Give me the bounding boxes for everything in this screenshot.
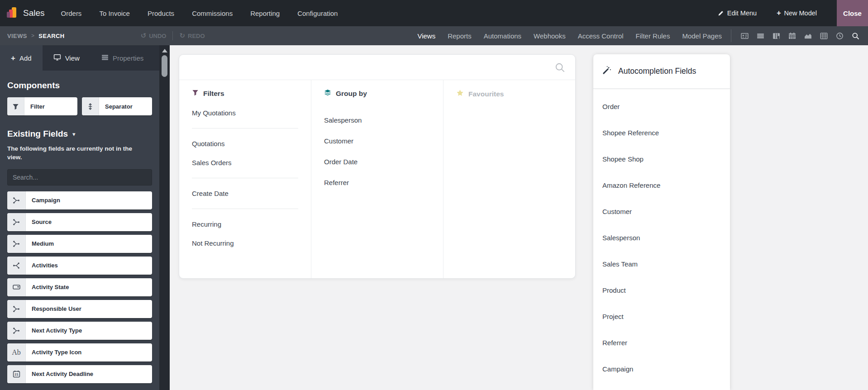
field-label: Activity State (26, 284, 75, 290)
char-field-icon: Ab (7, 343, 26, 361)
menu-item-commissions[interactable]: Commissions (192, 10, 233, 17)
filter-item-quotations[interactable]: Quotations (192, 140, 311, 147)
autocomplete-item-campaign[interactable]: Campaign (602, 364, 730, 374)
filter-item-sales-orders[interactable]: Sales Orders (192, 159, 311, 166)
autocomplete-item-sales-team[interactable]: Sales Team (602, 259, 730, 269)
scroll-up-arrow-icon[interactable] (162, 49, 167, 52)
autocomplete-item-customer[interactable]: Customer (602, 207, 730, 216)
form-view-icon[interactable] (739, 30, 750, 41)
autocompletion-list: Order Shopee Reference Shopee Shop Amazo… (593, 89, 730, 374)
menu-item-configuration[interactable]: Configuration (297, 10, 338, 17)
field-next-activity-deadline[interactable]: 21 Next Activity Deadline (7, 365, 152, 383)
group-by-item-referrer[interactable]: Referrer (324, 179, 443, 186)
scrollbar-thumb[interactable] (162, 55, 167, 77)
preview-search-bar[interactable] (179, 55, 575, 80)
field-next-activity-type[interactable]: Next Activity Type (7, 322, 152, 340)
tab-properties[interactable]: Properties (91, 45, 154, 71)
filter-funnel-icon (192, 89, 199, 98)
search-view-icon[interactable] (850, 30, 861, 41)
menu-item-orders[interactable]: Orders (61, 10, 82, 17)
studio-canvas: Filters My Quotations Quotations Sales O… (170, 45, 868, 390)
filter-item-create-date[interactable]: Create Date (192, 190, 311, 197)
filter-icon (7, 97, 24, 115)
group-by-list: Salesperson Customer Order Date Referrer (324, 116, 443, 186)
field-medium[interactable]: Medium (7, 235, 152, 253)
menu-item-reporting[interactable]: Reporting (250, 10, 280, 17)
filter-item-not-recurring[interactable]: Not Recurring (192, 239, 311, 247)
new-model-button[interactable]: + New Model (777, 10, 817, 17)
many2one-icon (7, 191, 26, 209)
group-by-item-order-date[interactable]: Order Date (324, 158, 443, 166)
autocomplete-item-amazon-reference[interactable]: Amazon Reference (602, 181, 730, 190)
undo-redo-group: ↺ UNDO ↻ REDO (141, 31, 205, 40)
field-responsible-user[interactable]: Responsible User (7, 300, 152, 318)
autocomplete-item-order[interactable]: Order (602, 102, 730, 111)
field-activity-state[interactable]: Activity State (7, 278, 152, 296)
redo-button[interactable]: ↻ REDO (179, 32, 205, 40)
autocomplete-item-project[interactable]: Project (602, 312, 730, 321)
graph-view-icon[interactable] (802, 30, 813, 41)
pivot-view-icon[interactable] (818, 30, 829, 41)
filters-header: Filters (192, 89, 311, 98)
field-source[interactable]: Source (7, 213, 152, 231)
menu-item-products[interactable]: Products (148, 10, 174, 17)
kanban-view-icon[interactable] (771, 30, 782, 41)
tab-automations[interactable]: Automations (484, 32, 521, 40)
tab-views[interactable]: Views (417, 32, 435, 40)
group-by-item-salesperson[interactable]: Salesperson (324, 116, 443, 124)
autocomplete-item-product[interactable]: Product (602, 285, 730, 295)
tab-add[interactable]: + Add (0, 45, 43, 71)
edit-menu-button[interactable]: Edit Menu (718, 10, 757, 17)
list-view-icon[interactable] (755, 30, 766, 41)
many2one-icon (7, 213, 26, 231)
field-search-input[interactable] (7, 169, 152, 185)
date-field-icon: 21 (7, 365, 26, 383)
close-studio-button[interactable]: Close (837, 0, 868, 26)
redo-label: REDO (188, 33, 205, 39)
activity-view-icon[interactable] (834, 30, 845, 41)
filter-separator[interactable] (192, 209, 298, 209)
component-filter[interactable]: Filter (7, 97, 77, 115)
search-icon (555, 62, 565, 75)
filter-item-my-quotations[interactable]: My Quotations (192, 109, 311, 117)
undo-redo-divider (172, 31, 173, 40)
tab-view[interactable]: View (43, 45, 91, 71)
monitor-icon (53, 53, 61, 62)
favourites-header: Favourites (456, 89, 575, 99)
autocomplete-item-shopee-shop[interactable]: Shopee Shop (602, 154, 730, 164)
autocomplete-item-shopee-reference[interactable]: Shopee Reference (602, 128, 730, 138)
calendar-view-icon[interactable] (787, 30, 797, 41)
app-name[interactable]: Sales (23, 8, 45, 18)
tab-filter-rules[interactable]: Filter Rules (636, 32, 670, 40)
field-activity-type-icon[interactable]: Ab Activity Type Icon (7, 343, 152, 361)
breadcrumb-views[interactable]: VIEWS (7, 33, 27, 39)
filter-separator[interactable] (192, 178, 298, 178)
component-separator[interactable]: Separator (82, 97, 152, 115)
menu-item-to-invoice[interactable]: To Invoice (99, 10, 130, 17)
autocomplete-item-salesperson[interactable]: Salesperson (602, 233, 730, 243)
tab-model-pages[interactable]: Model Pages (682, 32, 722, 40)
filter-item-recurring[interactable]: Recurring (192, 220, 311, 228)
undo-button[interactable]: ↺ UNDO (141, 32, 167, 40)
topbar-actions: Edit Menu + New Model Close (718, 0, 868, 26)
component-filter-label: Filter (24, 103, 51, 110)
favourites-column: Favourites (444, 80, 575, 278)
field-label: Campaign (26, 197, 66, 204)
field-campaign[interactable]: Campaign (7, 191, 152, 209)
field-label: Activities (26, 262, 64, 269)
filters-column: Filters My Quotations Quotations Sales O… (179, 80, 311, 278)
field-activities[interactable]: Activities (7, 257, 152, 275)
many2one-icon (7, 235, 26, 253)
sidebar-scrollbar[interactable] (159, 45, 170, 390)
autocompletion-header: Autocompletion Fields (593, 54, 730, 89)
group-by-title: Group by (336, 90, 367, 98)
group-by-item-customer[interactable]: Customer (324, 137, 443, 145)
search-view-columns: Filters My Quotations Quotations Sales O… (179, 80, 575, 278)
app-brand[interactable]: Sales (0, 6, 45, 20)
autocomplete-item-referrer[interactable]: Referrer (602, 338, 730, 347)
filter-separator[interactable] (192, 128, 298, 128)
tab-reports[interactable]: Reports (448, 32, 472, 40)
tab-webhooks[interactable]: Webhooks (534, 32, 566, 40)
existing-fields-header[interactable]: Existing Fields ▾ (7, 129, 152, 139)
tab-access-control[interactable]: Access Control (578, 32, 624, 40)
